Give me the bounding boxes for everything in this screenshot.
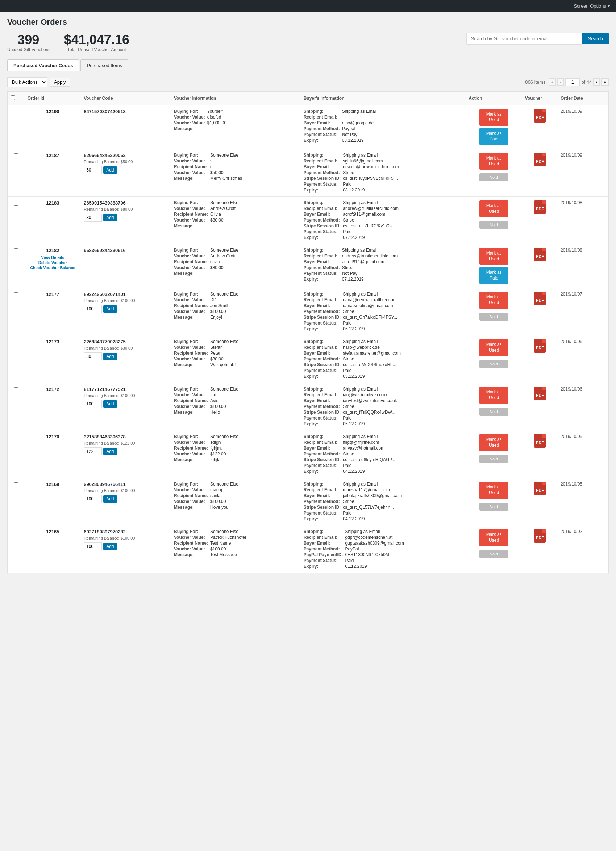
- voucher-info-grid: Buying For:Someone ElseVoucher Value:sRe…: [174, 153, 298, 181]
- select-all-checkbox[interactable]: [10, 95, 15, 100]
- pdf-icon[interactable]: PDF: [525, 248, 555, 262]
- pdf-icon[interactable]: PDF: [525, 481, 555, 495]
- void-button[interactable]: Void: [480, 173, 508, 181]
- order-id: 12170: [46, 434, 59, 439]
- pdf-icon[interactable]: PDF: [525, 386, 555, 400]
- partial-amount-input[interactable]: [84, 166, 102, 174]
- add-partial-button[interactable]: Add: [103, 353, 117, 360]
- tab-purchased-voucher-codes[interactable]: Purchased Voucher Codes: [7, 59, 79, 71]
- pdf-icon[interactable]: PDF: [525, 434, 555, 448]
- row-checkbox[interactable]: [14, 201, 18, 206]
- col-buyer-info: Buyer's Information: [301, 92, 466, 105]
- mark-paid-button[interactable]: Mark as Paid: [480, 267, 508, 284]
- row-checkbox[interactable]: [14, 340, 18, 344]
- action-cell: Mark as UsedMark as Paid: [466, 105, 522, 149]
- row-checkbox[interactable]: [14, 530, 18, 534]
- void-button[interactable]: Void: [480, 455, 508, 463]
- pdf-icon[interactable]: PDF: [525, 292, 555, 305]
- void-button[interactable]: Void: [480, 360, 508, 368]
- order-link-view-details[interactable]: View Details: [27, 255, 78, 260]
- buyer-value: jaibalajikrafts0309@gmail.com: [343, 493, 463, 498]
- partial-amount-input[interactable]: [84, 214, 102, 221]
- void-button[interactable]: Void: [480, 407, 508, 415]
- add-partial-button[interactable]: Add: [103, 305, 117, 313]
- pdf-icon[interactable]: PDF: [525, 153, 555, 167]
- void-button[interactable]: Void: [480, 313, 508, 320]
- pdf-icon[interactable]: PDF: [525, 529, 555, 543]
- info-label: Voucher Value:: [174, 345, 208, 350]
- void-button[interactable]: Void: [480, 502, 508, 511]
- mark-used-button[interactable]: Mark as Used: [480, 339, 508, 356]
- info-value: $80.00: [210, 218, 298, 223]
- screen-options-button[interactable]: Screen Options ▾: [574, 3, 610, 9]
- mark-used-button[interactable]: Mark as Used: [480, 153, 508, 170]
- buyer-value: 01.12.2019: [345, 564, 463, 569]
- search-input[interactable]: [466, 33, 582, 45]
- row-checkbox[interactable]: [14, 153, 18, 158]
- row-checkbox[interactable]: [14, 110, 18, 114]
- last-page-button[interactable]: »: [601, 78, 609, 86]
- add-partial-button[interactable]: Add: [103, 543, 117, 550]
- buyer-label: Payment Status:: [304, 463, 341, 468]
- row-checkbox[interactable]: [14, 292, 18, 297]
- buyer-value: cs_test_cq8leymRtQAGP...: [343, 457, 463, 462]
- row-checkbox[interactable]: [14, 248, 18, 253]
- void-button[interactable]: Void: [480, 550, 508, 558]
- page-number-input[interactable]: [565, 78, 580, 86]
- table-row: 121703215888463306378Remaining Balance: …: [7, 430, 609, 478]
- buyer-label: Payment Method:: [304, 309, 341, 314]
- order-link-delete-voucher[interactable]: Delete Voucher: [27, 260, 78, 265]
- prev-page-button[interactable]: ‹: [557, 78, 564, 86]
- add-partial-button[interactable]: Add: [103, 400, 117, 407]
- buyer-label: Shipping:: [304, 248, 340, 253]
- info-value: olivia: [210, 259, 298, 264]
- apply-button[interactable]: Apply: [50, 78, 70, 87]
- add-partial-button[interactable]: Add: [103, 495, 117, 502]
- stats-row: 399 Unused Gift Vouchers $41,047.16 Tota…: [7, 33, 609, 52]
- mark-used-button[interactable]: Mark as Used: [480, 109, 508, 126]
- mark-used-button[interactable]: Mark as Used: [480, 434, 508, 451]
- partial-amount-input[interactable]: [84, 543, 102, 550]
- mark-used-button[interactable]: Mark as Used: [480, 292, 508, 308]
- voucher-code-cell: 9683669844230616: [81, 244, 171, 287]
- first-page-button[interactable]: «: [549, 78, 556, 86]
- mark-used-button[interactable]: Mark as Used: [480, 481, 508, 499]
- tab-purchased-items[interactable]: Purchased Items: [81, 59, 128, 71]
- partial-amount-input[interactable]: [84, 400, 102, 408]
- buyer-value: ian@webintuitive.co.uk: [343, 392, 463, 397]
- partial-amount-input[interactable]: [84, 447, 102, 456]
- add-partial-button[interactable]: Add: [103, 167, 117, 174]
- row-checkbox[interactable]: [14, 387, 18, 392]
- pdf-icon[interactable]: PDF: [525, 339, 555, 353]
- pdf-icon[interactable]: PDF: [525, 200, 555, 214]
- buyer-value: Shipping as Email: [343, 481, 463, 487]
- partial-amount-input[interactable]: [84, 305, 102, 313]
- mark-used-button[interactable]: Mark as Used: [480, 529, 508, 546]
- row-checkbox-cell: [7, 196, 25, 244]
- pdf-icon[interactable]: PDF: [525, 109, 555, 123]
- add-partial-button[interactable]: Add: [103, 214, 117, 221]
- void-button[interactable]: Void: [480, 221, 508, 229]
- row-checkbox[interactable]: [14, 482, 18, 487]
- mark-used-button[interactable]: Mark as Used: [480, 386, 508, 404]
- mark-used-button[interactable]: Mark as Used: [480, 248, 508, 265]
- row-checkbox[interactable]: [14, 435, 18, 439]
- partial-amount-input[interactable]: [84, 495, 102, 503]
- info-value: Ian: [210, 392, 298, 397]
- order-date-cell: 2019/10/06: [558, 335, 609, 383]
- order-id-cell: 12183: [25, 196, 81, 244]
- action-cell: Mark as UsedVoid: [466, 525, 522, 573]
- bulk-actions-select[interactable]: Bulk Actions: [7, 77, 47, 87]
- order-link-check-voucher-balance[interactable]: Check Voucher Balance: [27, 265, 78, 270]
- next-page-button[interactable]: ›: [593, 78, 600, 86]
- mark-used-button[interactable]: Mark as Used: [480, 200, 508, 217]
- partial-amount-input[interactable]: [84, 352, 102, 361]
- mark-paid-button[interactable]: Mark as Paid: [480, 128, 508, 145]
- buyer-label: Stripe Session ID:: [304, 176, 341, 181]
- buyer-label: Shipping:: [304, 292, 341, 296]
- info-label: Buying For:: [174, 434, 208, 439]
- order-id-cell: 12173: [25, 335, 81, 383]
- add-partial-button[interactable]: Add: [103, 448, 117, 455]
- search-button[interactable]: Search: [582, 33, 609, 44]
- buyer-value: cs_test_fTs6QQRc4wDW...: [343, 410, 463, 415]
